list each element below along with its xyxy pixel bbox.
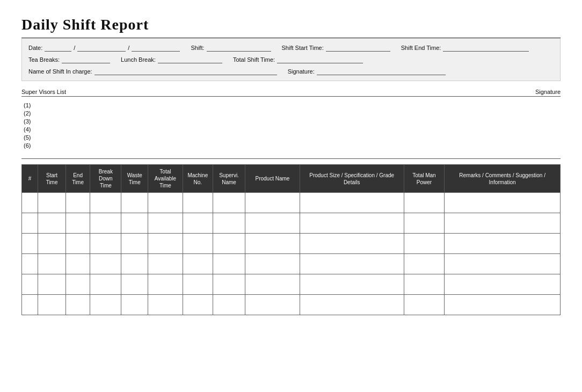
date-year[interactable] xyxy=(132,44,180,52)
supervisor-5: (5) xyxy=(24,134,561,141)
cell-product[interactable] xyxy=(245,193,300,213)
signature-value[interactable] xyxy=(317,68,446,75)
date-sep1: / xyxy=(74,45,75,51)
lunch-break-field: Lunch Break: xyxy=(121,56,222,63)
table-row xyxy=(22,213,561,234)
info-row-1: Date: / / Shift: Shift Start Time: Shift… xyxy=(28,44,554,52)
date-field: Date: / / xyxy=(28,44,180,52)
table-row xyxy=(22,193,561,213)
shift-value[interactable] xyxy=(207,44,271,52)
col-number: # xyxy=(22,165,38,193)
supervisors-header: Super Visors List Signature xyxy=(21,89,561,97)
col-product-name: Product Name xyxy=(245,165,300,193)
cell-breakdown[interactable] xyxy=(90,193,121,213)
shift-end-label: Shift End Time: xyxy=(401,45,441,51)
table-row xyxy=(22,254,561,274)
table-row xyxy=(22,234,561,254)
cell-remarks[interactable] xyxy=(445,193,561,213)
col-machine-no: Machine No. xyxy=(183,165,213,193)
lunch-break-value[interactable] xyxy=(158,56,222,63)
report-table: # Start Time End Time Break Down Time Wa… xyxy=(21,164,561,315)
supervisor-1: (1) xyxy=(24,102,561,108)
shift-incharge-value[interactable] xyxy=(94,68,277,75)
page-title: Daily Shift Report xyxy=(21,16,561,33)
supervisor-3: (3) xyxy=(24,118,561,125)
shift-field: Shift: xyxy=(191,44,271,52)
supervisor-6: (6) xyxy=(24,142,561,149)
shift-start-label: Shift Start Time: xyxy=(282,45,324,51)
total-shift-value[interactable] xyxy=(277,56,363,63)
shift-incharge-field: Name of Shift In charge: xyxy=(28,68,277,75)
col-start-time: Start Time xyxy=(38,165,66,193)
date-month[interactable] xyxy=(77,44,126,52)
col-remarks: Remarks / Comments / Suggestion / Inform… xyxy=(445,165,561,193)
supervisor-2: (2) xyxy=(24,110,561,117)
supervisors-list: (1) (2) (3) (4) (5) (6) xyxy=(21,102,561,149)
col-end-time: End Time xyxy=(66,165,90,193)
cell-num[interactable] xyxy=(22,193,38,213)
tea-breaks-label: Tea Breaks: xyxy=(28,56,60,63)
cell-end[interactable] xyxy=(66,193,90,213)
tea-breaks-value[interactable] xyxy=(62,56,110,63)
shift-incharge-label: Name of Shift In charge: xyxy=(28,68,92,75)
shift-start-value[interactable] xyxy=(326,44,390,52)
signature-label: Signature: xyxy=(288,68,315,75)
info-row-2: Tea Breaks: Lunch Break: Total Shift Tim… xyxy=(28,56,554,63)
date-sep2: / xyxy=(128,45,129,51)
tea-breaks-field: Tea Breaks: xyxy=(28,56,110,63)
col-supervisor-name: Supervi. Name xyxy=(213,165,245,193)
date-label: Date: xyxy=(28,45,42,51)
shift-end-value[interactable] xyxy=(443,44,529,52)
col-total-man-power: Total Man Power xyxy=(404,165,444,193)
cell-start[interactable] xyxy=(38,193,66,213)
cell-machine[interactable] xyxy=(183,193,213,213)
supervisors-section: Super Visors List Signature (1) (2) (3) … xyxy=(21,89,561,149)
lunch-break-label: Lunch Break: xyxy=(121,56,156,63)
cell-total-avail[interactable] xyxy=(148,193,183,213)
total-shift-field: Total Shift Time: xyxy=(233,56,363,63)
col-waste-time: Waste Time xyxy=(121,165,148,193)
total-shift-label: Total Shift Time: xyxy=(233,56,275,63)
cell-spec[interactable] xyxy=(300,193,404,213)
supervisor-4: (4) xyxy=(24,126,561,133)
cell-waste[interactable] xyxy=(121,193,148,213)
col-total-available-time: Total Available Time xyxy=(148,165,183,193)
table-header-row: # Start Time End Time Break Down Time Wa… xyxy=(22,165,561,193)
shift-end-field: Shift End Time: xyxy=(401,44,529,52)
cell-supervisor[interactable] xyxy=(213,193,245,213)
date-day[interactable] xyxy=(45,44,71,52)
supervisors-list-label: Super Visors List xyxy=(21,89,66,95)
shift-start-field: Shift Start Time: xyxy=(282,44,390,52)
signature-field: Signature: xyxy=(288,68,446,75)
table-row xyxy=(22,295,561,315)
section-divider xyxy=(21,158,561,159)
col-product-size: Product Size / Specification / Grade Det… xyxy=(300,165,404,193)
supervisors-signature-label: Signature xyxy=(535,89,561,95)
info-row-3: Name of Shift In charge: Signature: xyxy=(28,68,554,75)
col-break-down-time: Break Down Time xyxy=(90,165,121,193)
cell-manpower[interactable] xyxy=(404,193,444,213)
shift-label: Shift: xyxy=(191,45,204,51)
table-row xyxy=(22,274,561,295)
info-section: Date: / / Shift: Shift Start Time: Shift… xyxy=(21,38,561,81)
